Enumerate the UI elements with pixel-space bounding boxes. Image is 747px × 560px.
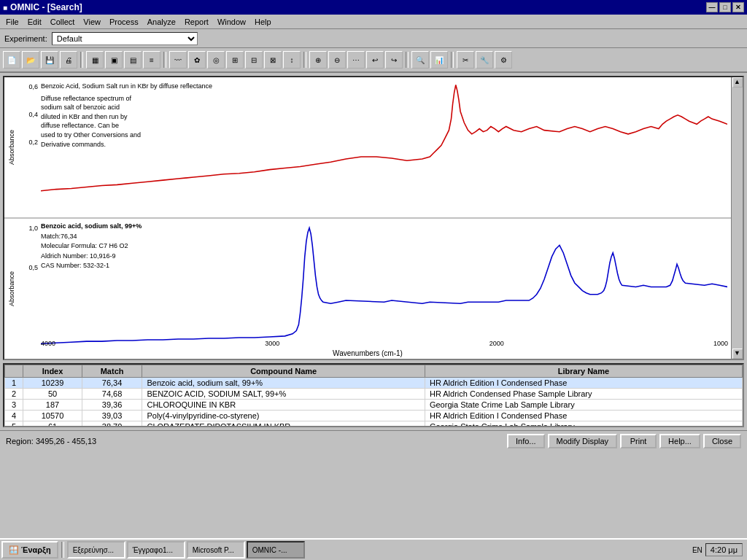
menu-view[interactable]: View	[79, 17, 105, 27]
col-index: Index	[23, 365, 82, 378]
bottom-y-ticks: 1,0 0,5	[18, 225, 38, 271]
menu-file[interactable]: File	[1, 17, 23, 27]
cell-library: HR Aldrich Condensed Phase Sample Librar…	[425, 389, 742, 400]
cell-row-num: 3	[5, 400, 23, 411]
title-bar-left: ■ OMNIC - [Search]	[3, 2, 82, 12]
cell-match: 74,68	[82, 389, 142, 400]
taskbar-item-3[interactable]: OMNIC -...	[247, 541, 305, 559]
menu-analyze[interactable]: Analyze	[143, 17, 180, 27]
toolbar-print[interactable]: 🖨	[60, 51, 77, 69]
taskbar-item-1[interactable]: Έγγραφο1...	[127, 541, 185, 559]
toolbar-btn24[interactable]: 🔧	[476, 51, 493, 69]
bottom-y-axis-label: Absorbance	[6, 219, 18, 359]
maximize-button[interactable]: □	[719, 2, 731, 12]
status-buttons: Info... Modify Display Print Help... Clo…	[507, 434, 741, 448]
help-button[interactable]: Help...	[659, 434, 700, 448]
menu-collect[interactable]: Collect	[46, 17, 80, 27]
menu-edit[interactable]: Edit	[23, 17, 46, 27]
results-table: Index Match Compound Name Library Name 1…	[4, 365, 743, 427]
toolbar-save[interactable]: 💾	[41, 51, 58, 69]
cell-index: 10570	[23, 411, 82, 421]
table-row[interactable]: 318739,36CHLOROQUINE IN KBRGeorgia State…	[5, 400, 743, 411]
toolbar-btn7[interactable]: ▤	[124, 51, 142, 69]
cell-library: HR Aldrich Edition I Condensed Phase	[425, 378, 742, 389]
menu-report[interactable]: Report	[180, 17, 213, 27]
toolbar-sep4	[406, 52, 409, 68]
chart-container: ▲ ▼ Absorbance 0,6 0,4 0,2 Benzoic Acid,…	[3, 76, 744, 360]
top-y-tick-1: 0,6 0,4 0,2	[18, 83, 38, 146]
top-spectrum-section: Absorbance 0,6 0,4 0,2 Benzoic Acid, Sod…	[4, 77, 731, 218]
close-button[interactable]: ✕	[732, 2, 744, 12]
start-button[interactable]: 🪟 Έναρξη	[1, 541, 58, 559]
close-button-status[interactable]: Close	[703, 434, 741, 448]
toolbar-open[interactable]: 📂	[22, 51, 39, 69]
toolbar-sep3	[303, 52, 306, 68]
table-row[interactable]: 25074,68BENZOIC ACID, SODIUM SALT, 99+%H…	[5, 389, 743, 400]
cell-compound: CLORAZEPATE DIPOTASSIUM IN KBR	[142, 421, 425, 428]
cell-match: 39,36	[82, 400, 142, 411]
toolbar-btn18[interactable]: ⋯	[347, 51, 365, 69]
toolbar-btn12[interactable]: ⊞	[226, 51, 244, 69]
toolbar-btn21[interactable]: 🔍	[411, 51, 429, 69]
toolbar-btn9[interactable]: 〰	[169, 51, 187, 69]
table-row[interactable]: 56138,70CLORAZEPATE DIPOTASSIUM IN KBRGe…	[5, 421, 743, 428]
taskbar: 🪟 Έναρξη Εξερεύνησ... Έγγραφο1... Micros…	[0, 538, 747, 560]
toolbar-sep2	[163, 52, 166, 68]
chart-scrollbar[interactable]: ▲ ▼	[731, 77, 743, 359]
menu-bar: File Edit Collect View Process Analyze R…	[0, 15, 747, 29]
toolbar-btn23[interactable]: ✂	[457, 51, 474, 69]
minimize-button[interactable]: —	[706, 2, 718, 12]
menu-process[interactable]: Process	[105, 17, 143, 27]
toolbar-btn5[interactable]: ▦	[86, 51, 104, 69]
taskbar-right: EN 4:20 μμ	[689, 543, 746, 556]
col-num	[5, 365, 23, 378]
toolbar-btn19[interactable]: ↩	[366, 51, 384, 69]
title-bar: ■ OMNIC - [Search] — □ ✕	[0, 0, 747, 15]
toolbar-btn8[interactable]: ≡	[143, 51, 160, 69]
clock: 4:20 μμ	[705, 543, 743, 556]
results-table-container: Index Match Compound Name Library Name 1…	[3, 363, 744, 427]
print-button[interactable]: Print	[620, 434, 657, 448]
toolbar-btn22[interactable]: 📊	[430, 51, 448, 69]
toolbar-btn6[interactable]: ▣	[105, 51, 123, 69]
app-icon: ■	[3, 4, 7, 12]
taskbar-item-2[interactable]: Microsoft P...	[187, 541, 245, 559]
taskbar-item-0[interactable]: Εξερεύνησ...	[67, 541, 125, 559]
toolbar-btn13[interactable]: ⊟	[245, 51, 263, 69]
toolbar-btn10[interactable]: ✿	[188, 51, 206, 69]
menu-help[interactable]: Help	[250, 17, 276, 27]
language-indicator: EN	[692, 546, 703, 554]
status-region: Region: 3495,26 - 455,13	[6, 437, 96, 446]
toolbar-btn17[interactable]: ⊖	[328, 51, 346, 69]
cell-match: 76,34	[82, 378, 142, 389]
bottom-spectrum-svg	[41, 219, 727, 359]
cell-index: 50	[23, 389, 82, 400]
toolbar-btn14[interactable]: ⊠	[264, 51, 282, 69]
table-row[interactable]: 41057039,03Poly(4-vinylpyridine-co-styre…	[5, 411, 743, 421]
main-content: ▲ ▼ Absorbance 0,6 0,4 0,2 Benzoic Acid,…	[0, 73, 747, 430]
toolbar-btn20[interactable]: ↪	[385, 51, 403, 69]
cell-compound: CHLOROQUINE IN KBR	[142, 400, 425, 411]
cell-row-num: 2	[5, 389, 23, 400]
info-button[interactable]: Info...	[507, 434, 545, 448]
top-y-axis-label: Absorbance	[6, 77, 18, 217]
modify-display-button[interactable]: Modify Display	[548, 434, 618, 448]
top-spectrum-svg	[41, 77, 727, 217]
x-axis-label: Wavenumbers (cm-1)	[4, 349, 731, 357]
experiment-select[interactable]: Default	[52, 32, 198, 45]
cell-row-num: 5	[5, 421, 23, 428]
status-bar: Region: 3495,26 - 455,13 Info... Modify …	[0, 430, 747, 451]
cell-compound: Benzoic acid, sodium salt, 99+%	[142, 378, 425, 389]
toolbar-new[interactable]: 📄	[3, 51, 20, 69]
table-row[interactable]: 11023976,34Benzoic acid, sodium salt, 99…	[5, 378, 743, 389]
cell-index: 61	[23, 421, 82, 428]
x-axis-ticks: 4000 3000 2000 1000	[41, 340, 728, 347]
cell-match: 38,70	[82, 421, 142, 428]
toolbar-btn25[interactable]: ⚙	[495, 51, 512, 69]
toolbar: 📄 📂 💾 🖨 ▦ ▣ ▤ ≡ 〰 ✿ ◎ ⊞ ⊟ ⊠ ↕ ⊕ ⊖ ⋯ ↩ ↪ …	[0, 48, 747, 73]
menu-window[interactable]: Window	[213, 17, 250, 27]
toolbar-btn16[interactable]: ⊕	[309, 51, 327, 69]
cell-row-num: 4	[5, 411, 23, 421]
toolbar-btn15[interactable]: ↕	[283, 51, 301, 69]
toolbar-btn11[interactable]: ◎	[207, 51, 225, 69]
